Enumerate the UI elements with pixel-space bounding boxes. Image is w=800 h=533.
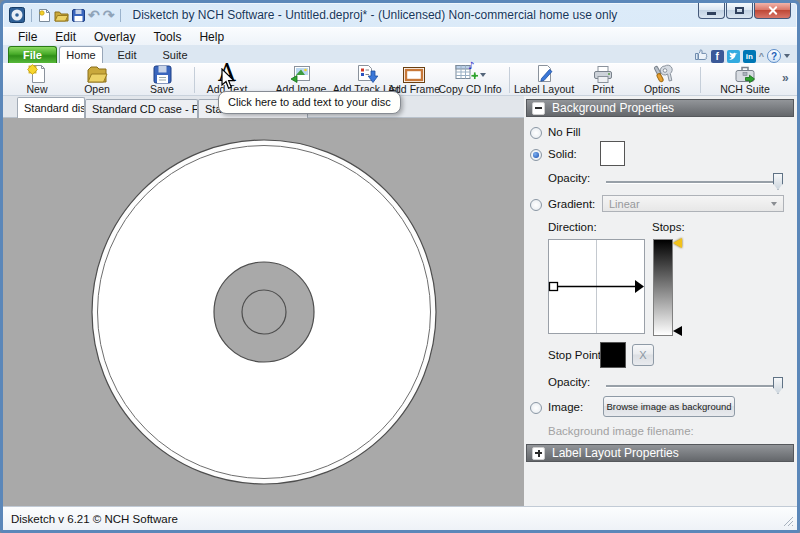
tab-standard-disc[interactable]: Standard disc — [17, 97, 85, 118]
label-layout-icon — [534, 64, 555, 84]
menu-help[interactable]: Help — [190, 30, 233, 44]
toolbar-print-button[interactable]: Print — [573, 65, 633, 95]
new-icon — [27, 64, 47, 84]
remove-stop-button[interactable]: X — [632, 344, 654, 366]
stop-point-label: Stop Point: — [548, 349, 604, 361]
opacity-slider-thumb[interactable] — [773, 173, 783, 190]
stop-opacity-slider-thumb[interactable] — [773, 377, 783, 394]
titlebar[interactable]: ↶ ↷ Disketch by NCH Software - Untitled.… — [3, 3, 797, 27]
direction-label: Direction: — [548, 221, 597, 233]
expand-section-icon[interactable] — [532, 447, 545, 460]
svg-text:♪: ♪ — [468, 61, 474, 71]
app-window: ↶ ↷ Disketch by NCH Software - Untitled.… — [0, 0, 800, 533]
toolbar-save-label: Save — [150, 84, 174, 95]
ribbon-tab-file[interactable]: File — [8, 46, 57, 63]
gradient-stop-marker-top[interactable] — [673, 238, 682, 248]
toolbar-open-label: Open — [84, 84, 110, 95]
background-properties-title: Background Properties — [552, 101, 674, 115]
no-fill-radio[interactable] — [530, 127, 542, 139]
gradient-type-dropdown[interactable]: Linear — [602, 195, 784, 212]
browse-image-button[interactable]: Browse image as background — [603, 396, 735, 417]
gradient-stops-bar[interactable] — [653, 239, 673, 336]
toolbar-copy-cd-info-label: Copy CD Info — [438, 84, 501, 95]
toolbar-save-button[interactable]: Save — [132, 65, 192, 95]
window-controls — [698, 3, 791, 19]
stop-opacity-slider[interactable] — [606, 385, 783, 387]
nch-suite-icon — [733, 64, 757, 84]
toolbar-copy-cd-info-button[interactable]: ♪ Copy CD Info — [432, 65, 508, 95]
cd-disc[interactable] — [90, 138, 438, 486]
toolbar-nch-suite-button[interactable]: NCH Suite — [711, 65, 779, 95]
minimize-button[interactable] — [698, 3, 725, 19]
toolbar-separator — [700, 67, 701, 93]
toolbar-options-button[interactable]: Options — [631, 65, 693, 95]
solid-color-swatch[interactable] — [600, 141, 625, 166]
maximize-button[interactable] — [726, 3, 753, 19]
resize-grip[interactable] — [783, 516, 794, 527]
open-icon — [86, 65, 108, 84]
main-area: Standard disc Standard CD case - Front S… — [3, 96, 797, 506]
help-dropdown-icon[interactable] — [784, 54, 790, 58]
toolbar-open-button[interactable]: Open — [67, 65, 127, 95]
divider — [120, 9, 121, 22]
ribbon-tab-suite[interactable]: Suite — [151, 46, 199, 63]
add-track-list-icon — [355, 64, 378, 84]
copy-cd-info-dropdown-icon — [480, 73, 486, 77]
ribbon-tab-home[interactable]: Home — [59, 46, 103, 63]
opacity-slider[interactable] — [606, 181, 783, 183]
toolbar: New Open Save A Add Text Add Image — [3, 63, 797, 96]
toolbar-new-label: New — [26, 84, 47, 95]
editor-column: Standard disc Standard CD case - Front S… — [3, 96, 524, 506]
tab-cd-case-front[interactable]: Standard CD case - Front — [85, 99, 198, 118]
collapse-ribbon-icon[interactable]: ^ — [759, 51, 764, 61]
close-button[interactable] — [754, 3, 791, 19]
solid-label: Solid: — [548, 148, 577, 160]
gradient-stop-marker-bottom[interactable] — [673, 326, 682, 336]
toolbar-new-button[interactable]: New — [7, 65, 67, 95]
label-layout-properties-title: Label Layout Properties — [552, 446, 679, 460]
stops-label: Stops: — [652, 221, 685, 233]
options-icon — [652, 64, 673, 84]
toolbar-nch-suite-label: NCH Suite — [720, 84, 770, 95]
opacity-label: Opacity: — [548, 172, 590, 184]
collapse-section-icon[interactable] — [532, 102, 545, 115]
mouse-cursor-icon — [220, 68, 235, 90]
quick-undo-icon[interactable]: ↶ — [88, 7, 100, 24]
toolbar-separator — [509, 67, 510, 93]
maximize-icon — [735, 7, 744, 14]
gradient-label: Gradient: — [548, 198, 595, 210]
window-title: Disketch by NCH Software - Untitled.depr… — [132, 8, 695, 22]
add-image-icon — [290, 64, 312, 84]
menu-file[interactable]: File — [9, 30, 46, 44]
ribbon-tab-edit[interactable]: Edit — [103, 46, 151, 63]
toolbar-label-layout-button[interactable]: Label Layout — [511, 65, 577, 95]
stop-point-color-swatch[interactable] — [600, 342, 626, 368]
gradient-radio[interactable] — [530, 199, 542, 211]
gradient-direction-control[interactable] — [548, 239, 645, 334]
no-fill-label: No Fill — [548, 126, 581, 138]
toolbar-overflow-button[interactable]: » — [782, 71, 789, 85]
solid-radio[interactable] — [530, 149, 542, 161]
toolbar-label-layout-label: Label Layout — [514, 84, 574, 95]
menu-overlay[interactable]: Overlay — [85, 30, 144, 44]
quick-new-icon[interactable] — [38, 7, 51, 24]
label-layout-properties-header[interactable]: Label Layout Properties — [526, 444, 794, 462]
background-properties-header[interactable]: Background Properties — [526, 99, 794, 117]
toolbar-options-label: Options — [644, 84, 680, 95]
quick-redo-icon[interactable]: ↷ — [103, 7, 115, 24]
toolbar-separator — [194, 67, 195, 93]
image-label: Image: — [548, 401, 583, 413]
quick-save-icon[interactable] — [72, 7, 85, 24]
menu-edit[interactable]: Edit — [46, 30, 85, 44]
linkedin-icon[interactable]: in — [743, 50, 756, 63]
menu-bar: File Edit Overlay Tools Help — [3, 27, 797, 45]
menu-tools[interactable]: Tools — [144, 30, 190, 44]
help-icon[interactable]: ? — [767, 49, 781, 63]
background-image-filename-label: Background image filename: — [548, 425, 694, 437]
facebook-icon[interactable]: f — [711, 50, 724, 63]
twitter-icon[interactable] — [727, 50, 740, 63]
add-frame-icon — [402, 65, 426, 84]
quick-open-icon[interactable] — [54, 7, 69, 24]
design-canvas[interactable] — [3, 118, 524, 506]
image-radio[interactable] — [530, 402, 542, 414]
